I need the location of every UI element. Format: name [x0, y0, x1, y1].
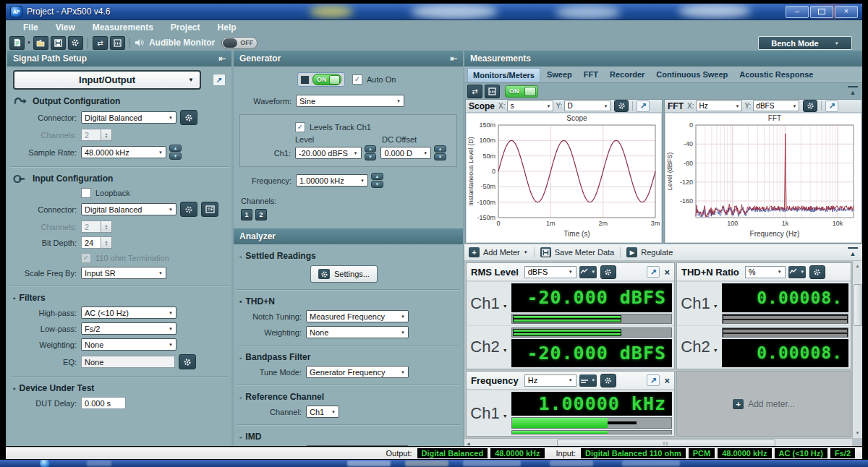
scale-freq-select[interactable]: Input SR ▼	[81, 267, 166, 279]
sample-rate-stepper[interactable]: ▲▼	[169, 145, 182, 160]
output-connector-settings-icon[interactable]	[180, 110, 197, 125]
high-pass-select[interactable]: AC (<10 Hz) ▼	[81, 307, 176, 319]
pin-icon[interactable]: ⇤	[218, 53, 226, 64]
signal-path-icon[interactable]: ⇄	[467, 85, 482, 98]
meter-style-icon[interactable]: ▼	[579, 266, 597, 278]
scroll-down-icon[interactable]: ▼	[856, 431, 860, 435]
waveform-select[interactable]: Sine ▼	[296, 95, 404, 107]
save-meter-data-button[interactable]: Save Meter Data	[555, 248, 615, 257]
scrollbar-thumb[interactable]: ⦀⦀	[557, 440, 775, 447]
taskbar-icon[interactable]	[87, 460, 111, 466]
settled-settings-button[interactable]: Settings...	[310, 265, 378, 283]
signal-path-icon[interactable]: ⇄	[93, 36, 108, 50]
save-meter-icon[interactable]	[540, 247, 551, 257]
fft-y-unit-select[interactable]: dBFS▼	[753, 100, 799, 111]
vertical-scrollbar[interactable]: ▲ ▼	[852, 261, 862, 438]
signal-path-selector[interactable]: Input/Output ▼	[13, 70, 201, 90]
sample-rate-select[interactable]: 48.0000 kHz ▼	[81, 146, 166, 158]
new-project-caret-icon[interactable]: ▼	[27, 40, 31, 45]
tab-fft[interactable]: FFT	[579, 68, 603, 81]
gen-channel-1-button[interactable]: 1	[241, 209, 252, 220]
frequency-ch1-selector[interactable]: Ch1▼	[467, 390, 511, 436]
menu-file[interactable]: File	[14, 21, 47, 34]
tab-monitors-meters[interactable]: Monitors/Meters	[467, 68, 540, 82]
weighting-select[interactable]: None ▼	[81, 338, 176, 351]
rms-ch2-selector[interactable]: Ch2▼	[467, 326, 511, 369]
menu-help[interactable]: Help	[209, 21, 245, 34]
settings-gear-icon[interactable]	[68, 36, 83, 50]
analyzer-weighting-select[interactable]: None ▼	[306, 326, 409, 338]
input-connector-settings-icon[interactable]	[180, 202, 197, 217]
dut-delay-field[interactable]: 0.000 s	[81, 397, 126, 409]
rms-close-icon[interactable]: ×	[664, 267, 670, 278]
imd-type-select[interactable]: SMPTE/DIN ▼	[306, 445, 409, 446]
open-project-icon[interactable]	[33, 36, 48, 50]
add-meter-button[interactable]: Add Meter	[483, 248, 520, 257]
chevron-down-icon[interactable]: ▼	[524, 250, 528, 254]
taskbar-icon[interactable]	[405, 460, 448, 466]
generator-on-toggle[interactable]: ON	[297, 72, 345, 87]
rms-settings-icon[interactable]	[600, 265, 616, 279]
bit-depth-stepper[interactable]: ▲▼	[101, 236, 112, 249]
regulate-play-icon[interactable]: ▶	[626, 247, 637, 257]
ref-channel-select[interactable]: Ch1 ▼	[306, 406, 339, 418]
thdn-settings-icon[interactable]	[809, 265, 825, 279]
level-select[interactable]: -20.000 dBFS ▼	[295, 147, 362, 159]
thdn-ch1-selector[interactable]: Ch1▼	[677, 282, 722, 325]
fft-popout-icon[interactable]: ↗	[825, 100, 838, 112]
scroll-left-icon[interactable]: ◀	[467, 441, 470, 446]
dc-offset-select[interactable]: 0.000 D ▼	[380, 147, 431, 159]
taskbar-icon[interactable]	[550, 460, 593, 466]
fft-x-unit-select[interactable]: Hz▼	[696, 100, 742, 111]
scope-y-unit-select[interactable]: D▼	[564, 100, 610, 111]
output-channels-stepper[interactable]: ▲▼	[101, 129, 112, 141]
levels-track-checkbox[interactable]: ✓	[295, 122, 305, 132]
add-meter-icon[interactable]: +	[469, 247, 480, 257]
eq-field[interactable]: None	[81, 356, 175, 368]
input-channels-stepper[interactable]: ▲▼	[101, 220, 112, 233]
minimize-button[interactable]: –	[786, 6, 809, 18]
frequency-close-icon[interactable]: ×	[664, 375, 670, 386]
notch-tuning-select[interactable]: Measured Frequency ▼	[306, 310, 409, 322]
auto-on-checkbox[interactable]: ✓	[352, 74, 362, 85]
low-pass-select[interactable]: Fs/2 ▼	[81, 322, 176, 335]
rms-unit-select[interactable]: dBFS▼	[524, 266, 576, 278]
horizontal-scrollbar[interactable]: ◀ ⦀⦀	[464, 438, 852, 446]
popout-icon[interactable]: ↗	[213, 74, 226, 86]
tune-mode-select[interactable]: Generator Frequency ▼	[306, 366, 409, 378]
tab-recorder[interactable]: Recorder	[605, 68, 650, 81]
frequency-settings-icon[interactable]	[600, 374, 616, 387]
scroll-up-icon[interactable]: ▲	[856, 264, 860, 268]
scope-x-unit-select[interactable]: s▼	[507, 100, 553, 111]
collapse-panel-icon[interactable]: ▲	[848, 86, 858, 97]
windows-taskbar[interactable]	[0, 460, 868, 467]
taskbar-icon[interactable]	[463, 460, 521, 466]
input-connector-select[interactable]: Digital Balanced ▼	[81, 203, 176, 215]
thdn-unit-select[interactable]: %▼	[745, 266, 786, 278]
scope-popout-icon[interactable]: ↗	[637, 100, 650, 112]
gen-frequency-stepper[interactable]: ▲▼	[371, 173, 383, 188]
meter-style-icon[interactable]: ▼	[788, 266, 806, 278]
thdn-ch2-selector[interactable]: Ch2▼	[677, 326, 722, 369]
sequence-icon[interactable]	[485, 85, 500, 98]
audible-monitor-toggle[interactable]: OFF	[221, 37, 258, 49]
fft-graph[interactable]: FFT0-40-80-120-1601001k10kLevel (dBFS)Fr…	[665, 113, 861, 242]
sequence-icon[interactable]	[110, 36, 125, 50]
maximize-button[interactable]	[810, 6, 833, 18]
menu-measurements[interactable]: Measurements	[84, 21, 162, 34]
level-stepper[interactable]: ▲▼	[365, 145, 377, 160]
start-orb-icon[interactable]	[40, 460, 50, 467]
gen-channel-2-button[interactable]: 2	[255, 209, 267, 220]
close-button[interactable]: ×	[835, 6, 858, 18]
tab-sweep[interactable]: Sweep	[542, 68, 577, 81]
pin-icon[interactable]: ⇤	[450, 53, 457, 64]
gen-frequency-select[interactable]: 1.00000 kHz ▼	[296, 174, 368, 187]
bench-mode-button[interactable]: Bench Mode ▼	[758, 36, 852, 50]
output-connector-select[interactable]: Digital Balanced ▼	[81, 111, 176, 124]
menu-view[interactable]: View	[47, 21, 84, 34]
new-project-icon[interactable]	[9, 36, 25, 50]
menu-project[interactable]: Project	[162, 21, 209, 34]
save-icon[interactable]	[51, 36, 66, 50]
scrollbar-thumb[interactable]	[854, 284, 862, 326]
dc-offset-stepper[interactable]: ▲▼	[434, 145, 446, 160]
